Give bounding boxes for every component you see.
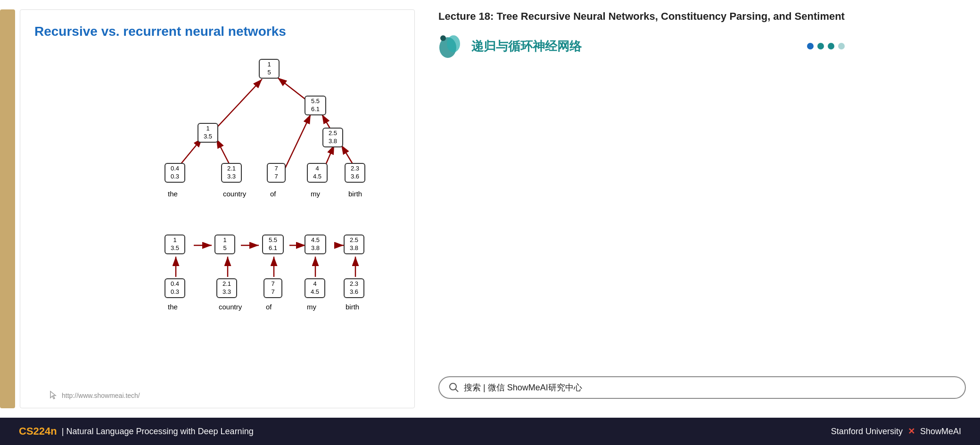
wave-icon (438, 33, 464, 59)
chinese-section: 递归与循环神经网络 (438, 33, 845, 59)
right-panel: Lecture 18: Tree Recursive Neural Networ… (424, 0, 980, 418)
seq-bottom-2: 77 (264, 278, 282, 298)
seq-diagram: 13.5 15 5.56.1 4.53.8 2.53.8 0.40.3 2.13… (52, 223, 382, 322)
chinese-subtitle: 递归与循环神经网络 (471, 38, 582, 55)
search-text: 搜索 | 微信 ShowMeAI研究中心 (464, 382, 582, 393)
svg-point-22 (450, 383, 456, 390)
cursor-icon (49, 390, 59, 401)
svg-line-23 (455, 389, 458, 392)
slide-content: Recursive vs. recurrent neural networks (20, 9, 415, 408)
search-box[interactable]: 搜索 | 微信 ShowMeAI研究中心 (438, 376, 966, 399)
dots-row (807, 43, 845, 49)
footer-course: | Natural Language Processing with Deep … (62, 427, 254, 437)
tree-node-n2: 13.5 (198, 123, 218, 143)
footer-university: Stanford University (831, 427, 903, 436)
footer-x: ✕ (908, 427, 915, 436)
tree-word-country: country (223, 190, 246, 198)
tree-diagram: 15 5.56.1 13.5 2.53.8 0.40.3 2.13.3 77 4… (52, 49, 382, 218)
seq-word-of: of (266, 303, 272, 311)
seq-word-the: the (168, 303, 178, 311)
tree-node-of: 77 (267, 163, 286, 183)
tree-node-n3: 2.53.8 (322, 128, 343, 147)
tree-node-n1: 5.56.1 (305, 96, 326, 115)
tree-node-root: 15 (259, 59, 280, 79)
seq-bottom-0: 0.40.3 (165, 278, 185, 298)
tree-word-birth: birth (348, 190, 362, 198)
tree-word-the: the (168, 190, 178, 198)
tree-node-birth: 2.33.6 (345, 163, 365, 183)
cs-badge: CS224n (19, 425, 57, 437)
footer: CS224n | Natural Language Processing wit… (0, 418, 980, 445)
tree-node-my: 44.5 (307, 163, 328, 183)
seq-word-country: country (219, 303, 242, 311)
tree-node-the: 0.40.3 (165, 163, 185, 183)
seq-word-my: my (307, 303, 316, 311)
tree-word-of: of (270, 190, 276, 198)
footer-brand: ShowMeAI (920, 427, 961, 436)
url-text: http://www.showmeai.tech/ (62, 392, 140, 399)
dot-1 (807, 43, 814, 49)
slide-area: Recursive vs. recurrent neural networks (0, 0, 424, 418)
seq-bottom-1: 2.13.3 (216, 278, 237, 298)
search-icon (449, 382, 459, 393)
svg-line-4 (284, 114, 311, 170)
seq-node-2: 5.56.1 (262, 235, 284, 254)
left-accent-bar (0, 9, 15, 408)
svg-point-21 (440, 35, 446, 41)
footer-right: Stanford University ✕ ShowMeAI (831, 426, 961, 437)
slide-title: Recursive vs. recurrent neural networks (34, 24, 400, 39)
seq-node-4: 2.53.8 (344, 235, 364, 254)
seq-word-birth: birth (346, 303, 359, 311)
seq-bottom-4: 2.33.6 (344, 278, 364, 298)
footer-left: CS224n | Natural Language Processing wit… (19, 425, 254, 437)
dot-4 (838, 43, 845, 49)
lecture-title: Lecture 18: Tree Recursive Neural Networ… (438, 9, 845, 24)
seq-node-1: 15 (214, 235, 235, 254)
seq-node-0: 13.5 (165, 235, 185, 254)
slide-url: http://www.showmeai.tech/ (49, 390, 140, 401)
seq-node-3: 4.53.8 (305, 235, 326, 254)
svg-point-20 (447, 35, 460, 52)
tree-word-my: my (311, 190, 320, 198)
seq-bottom-3: 44.5 (305, 278, 325, 298)
dot-2 (817, 43, 824, 49)
svg-line-2 (215, 79, 262, 129)
dot-3 (828, 43, 834, 49)
tree-node-country: 2.13.3 (221, 163, 242, 183)
